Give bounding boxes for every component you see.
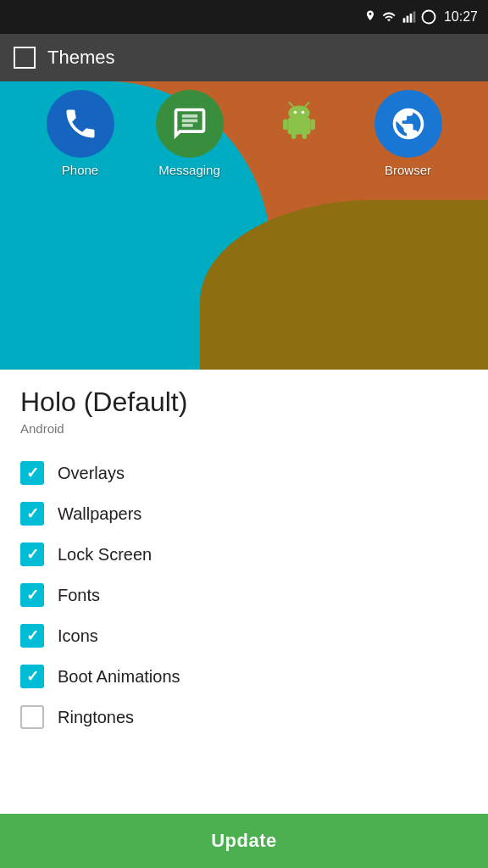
wifi-icon — [380, 10, 397, 24]
theme-name: Holo (Default) — [20, 387, 468, 418]
ringtones-checkbox[interactable] — [20, 705, 44, 729]
phone-icon — [62, 105, 99, 142]
svg-rect-6 — [283, 120, 287, 131]
overlays-checkbox[interactable]: ✓ — [20, 461, 44, 485]
lock-screen-checkbox[interactable]: ✓ — [20, 542, 44, 566]
bottom-spacer — [20, 737, 468, 805]
top-bar: Themes — [0, 34, 488, 81]
hero-icons: Phone Messaging — [0, 81, 488, 177]
hero-browser-item: Browser — [374, 90, 442, 177]
status-bar: 10:27 — [0, 0, 488, 34]
hero-phone-item: Phone — [47, 90, 114, 177]
content-area: Holo (Default) Android ✓ Overlays ✓ Wall… — [0, 370, 488, 805]
status-time: 10:27 — [444, 9, 478, 25]
icons-label: Icons — [58, 626, 98, 646]
messaging-label: Messaging — [158, 163, 220, 177]
icons-checkbox[interactable]: ✓ — [20, 624, 44, 648]
list-item: ✓ Overlays — [20, 453, 468, 493]
list-item: Ringtones — [20, 697, 468, 737]
svg-rect-3 — [413, 11, 416, 22]
svg-line-14 — [305, 103, 309, 107]
svg-point-11 — [293, 111, 297, 114]
top-bar-checkbox[interactable] — [14, 47, 36, 69]
overlays-label: Overlays — [58, 464, 125, 483]
list-item: ✓ Wallpapers — [20, 493, 468, 534]
update-button[interactable]: Update — [0, 814, 488, 868]
app-title: Themes — [47, 47, 114, 69]
svg-rect-7 — [310, 120, 314, 131]
lock-screen-label: Lock Screen — [58, 545, 152, 565]
fonts-label: Fonts — [58, 586, 100, 605]
svg-point-10 — [288, 105, 309, 120]
phone-icon-circle — [47, 90, 114, 158]
checkbox-list: ✓ Overlays ✓ Wallpapers ✓ Lock Screen ✓ … — [20, 453, 468, 737]
boot-animations-checkbox[interactable]: ✓ — [20, 665, 44, 688]
list-item: ✓ Lock Screen — [20, 534, 468, 575]
signal-icon — [402, 10, 417, 24]
list-item: ✓ Fonts — [20, 575, 468, 615]
wallpapers-checkbox[interactable]: ✓ — [20, 502, 44, 526]
hero-android-item — [265, 90, 333, 177]
svg-point-12 — [301, 111, 304, 114]
ringtones-label: Ringtones — [58, 708, 134, 727]
android-icon-circle — [265, 90, 333, 158]
list-item: ✓ Icons — [20, 615, 468, 656]
hero-messaging-item: Messaging — [156, 90, 224, 177]
list-item: ✓ Boot Animations — [20, 656, 468, 697]
browser-label: Browser — [385, 163, 431, 177]
phone-label: Phone — [62, 163, 98, 177]
hero-preview: Phone Messaging — [0, 81, 488, 370]
browser-icon-circle — [374, 90, 442, 158]
status-icons: 10:27 — [364, 9, 478, 25]
svg-rect-8 — [291, 130, 296, 139]
fonts-checkbox[interactable]: ✓ — [20, 583, 44, 607]
svg-rect-0 — [403, 18, 406, 22]
svg-point-4 — [422, 11, 435, 24]
wallpapers-label: Wallpapers — [58, 504, 141, 524]
svg-rect-1 — [407, 16, 409, 23]
messaging-icon-circle — [156, 90, 224, 158]
svg-rect-2 — [410, 14, 413, 23]
theme-subtitle: Android — [20, 421, 468, 436]
messaging-icon — [171, 105, 208, 142]
sync-icon — [421, 9, 436, 25]
android-icon — [276, 101, 322, 147]
location-icon — [364, 9, 376, 25]
svg-line-13 — [289, 103, 293, 107]
svg-rect-9 — [302, 130, 306, 139]
browser-icon — [390, 105, 427, 142]
boot-animations-label: Boot Animations — [58, 667, 180, 687]
